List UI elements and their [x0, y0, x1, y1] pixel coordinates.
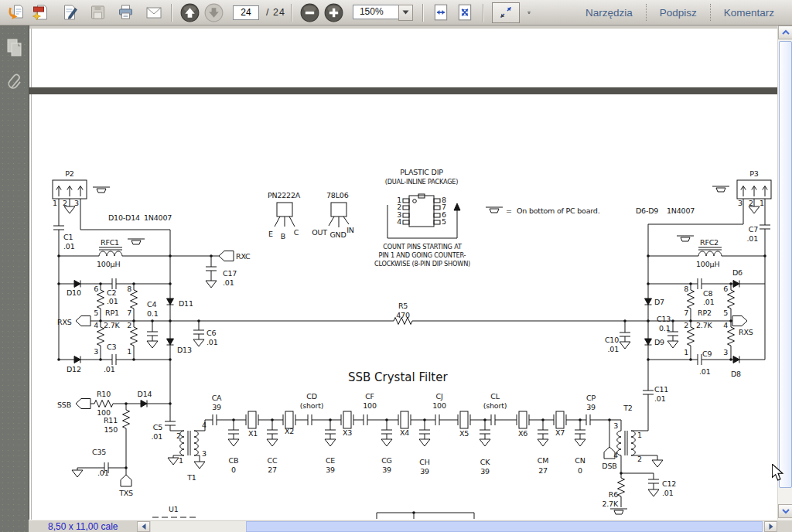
- previous-page-button[interactable]: [179, 2, 201, 23]
- page-top-strip: [29, 26, 777, 29]
- open-button[interactable]: [5, 2, 28, 23]
- fit-width-button[interactable]: [430, 2, 452, 23]
- fit-width-icon: [432, 3, 450, 22]
- page-up-icon: [180, 3, 200, 22]
- email-button[interactable]: [142, 2, 165, 23]
- status-bar: 8,50 x 11,00 cale: [29, 520, 792, 532]
- print-icon: [117, 4, 135, 21]
- fit-page-icon: [456, 3, 474, 22]
- chevron-down-icon: [402, 10, 409, 15]
- zoom-dropdown-button[interactable]: [398, 5, 413, 21]
- attachments-paperclip-icon[interactable]: [5, 70, 24, 92]
- reading-mode-button[interactable]: [492, 2, 520, 23]
- page-down-icon: [204, 3, 224, 22]
- convert-button[interactable]: [29, 2, 52, 23]
- toolbar: / 24 150%: [0, 0, 792, 26]
- page-total: 24: [273, 7, 285, 18]
- vertical-scrollbar[interactable]: [777, 26, 792, 520]
- toolbar-separator: [291, 4, 292, 22]
- chevron-down-icon: [781, 508, 790, 514]
- toolbar-separator: [171, 4, 172, 22]
- toolbar-more-button[interactable]: [523, 3, 535, 22]
- page-size-label: 8,50 x 11,00 cale: [48, 521, 118, 532]
- right-menu: Narzędzia Podpisz Komentarz: [572, 0, 792, 26]
- fit-page-button[interactable]: [454, 2, 476, 23]
- menu-tools[interactable]: Narzędzia: [572, 4, 646, 21]
- next-page-button[interactable]: [203, 2, 225, 23]
- expand-arrows-icon: [498, 5, 514, 20]
- toolbar-separator: [483, 4, 484, 22]
- document-page[interactable]: [29, 26, 777, 520]
- page-thumbnails-icon[interactable]: [5, 38, 24, 60]
- scroll-left-button[interactable]: [137, 521, 150, 532]
- zoom-level-combobox[interactable]: 150%: [353, 5, 413, 21]
- menu-sign[interactable]: Podpisz: [646, 4, 710, 21]
- fill-sign-button[interactable]: [59, 2, 81, 23]
- chevron-right-icon: [768, 523, 774, 530]
- scroll-right-button[interactable]: [764, 521, 777, 532]
- mouse-cursor: [772, 464, 784, 485]
- page-count: / 24: [266, 7, 285, 18]
- page-number-input[interactable]: [233, 5, 259, 20]
- chevron-left-icon: [141, 523, 147, 530]
- save-button[interactable]: [87, 2, 109, 23]
- menu-comment[interactable]: Komentarz: [710, 4, 787, 21]
- print-button[interactable]: [114, 2, 137, 23]
- scroll-up-button[interactable]: [778, 26, 792, 39]
- caret-down-icon: [527, 9, 531, 17]
- sign-pencil-icon: [61, 4, 79, 21]
- create-pdf-icon: [32, 4, 50, 21]
- page-gap-band: [29, 87, 777, 94]
- page-left-edge: [31, 29, 32, 520]
- chevron-up-icon: [781, 29, 790, 36]
- email-envelope-icon: [145, 4, 163, 21]
- open-icon: [8, 4, 26, 21]
- zoom-out-icon: [300, 3, 319, 22]
- zoom-in-icon: [324, 3, 343, 22]
- save-floppy-icon: [89, 4, 107, 21]
- zoom-level-value: 150%: [360, 6, 384, 17]
- zoom-out-button[interactable]: [299, 2, 321, 23]
- vertical-scroll-thumb[interactable]: [779, 41, 792, 488]
- zoom-in-button[interactable]: [323, 2, 345, 23]
- toolbar-separator: [422, 4, 424, 22]
- scroll-down-button[interactable]: [778, 504, 792, 518]
- navigation-pane: [0, 26, 29, 532]
- page-divider: /: [266, 7, 269, 18]
- horizontal-scroll-thumb[interactable]: [246, 521, 763, 532]
